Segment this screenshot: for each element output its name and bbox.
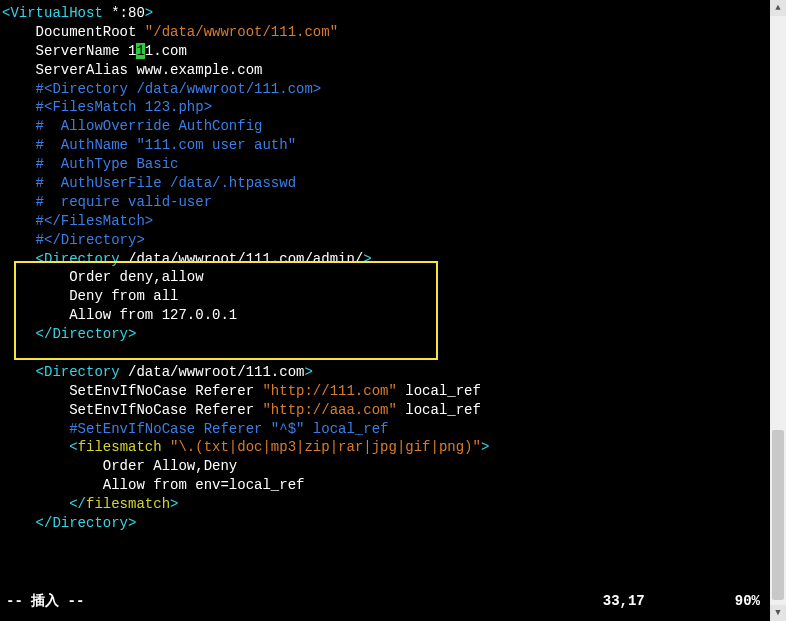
code-token: </Directory> <box>2 326 136 342</box>
code-token: # require valid-user <box>2 194 212 210</box>
vim-mode-indicator: -- 插入 -- <box>6 592 84 611</box>
code-token: "http://111.com" <box>262 383 396 399</box>
code-line: # AllowOverride AuthConfig <box>2 117 784 136</box>
code-line: #</FilesMatch> <box>2 212 784 231</box>
code-token <box>162 439 170 455</box>
code-token: # AuthType Basic <box>2 156 178 172</box>
code-line: DocumentRoot "/data/wwwroot/111.com" <box>2 23 784 42</box>
code-token: < <box>2 439 78 455</box>
code-token: Order Allow,Deny <box>2 458 237 474</box>
code-line: Allow from 127.0.0.1 <box>2 306 784 325</box>
code-token: /data/wwwroot/111.com/admin/ <box>128 251 363 267</box>
code-token: local_ref <box>397 383 481 399</box>
code-token: Order deny,allow <box>2 269 204 285</box>
code-line: SetEnvIfNoCase Referer "http://aaa.com" … <box>2 401 784 420</box>
vim-status-bar: -- 插入 -- 33,17 90% <box>0 592 786 611</box>
code-line: SetEnvIfNoCase Referer "http://111.com" … <box>2 382 784 401</box>
code-token: #</FilesMatch> <box>2 213 153 229</box>
code-token: # AllowOverride AuthConfig <box>2 118 262 134</box>
code-line: ServerAlias www.example.com <box>2 61 784 80</box>
code-token: > <box>145 5 153 21</box>
code-token: Deny from all <box>2 288 178 304</box>
code-token: </ <box>2 496 86 512</box>
code-token: <VirtualHost <box>2 5 111 21</box>
code-token: filesmatch <box>86 496 170 512</box>
code-token: > <box>304 364 312 380</box>
code-line: ServerName 111.com <box>2 42 784 61</box>
code-token: DocumentRoot <box>2 24 145 40</box>
code-line: #SetEnvIfNoCase Referer "^$" local_ref <box>2 420 784 439</box>
code-line: # AuthName "111.com user auth" <box>2 136 784 155</box>
code-token: "http://aaa.com" <box>262 402 396 418</box>
code-token: <Directory <box>2 251 128 267</box>
code-token: #<Directory /data/wwwroot/111.com> <box>2 81 321 97</box>
code-token: SetEnvIfNoCase Referer <box>2 383 262 399</box>
code-token: > <box>481 439 489 455</box>
code-line: </filesmatch> <box>2 495 784 514</box>
code-token: local_ref <box>397 402 481 418</box>
code-token: "\.(txt|doc|mp3|zip|rar|jpg|gif|png)" <box>170 439 481 455</box>
code-token: ServerAlias www.example.com <box>2 62 262 78</box>
code-token: 1.com <box>145 43 187 59</box>
vertical-scrollbar[interactable]: ▲ ▼ <box>770 0 786 621</box>
code-token: /data/wwwroot/111.com <box>128 364 304 380</box>
code-line: # AuthType Basic <box>2 155 784 174</box>
code-token: Allow from env=local_ref <box>2 477 304 493</box>
code-line: <filesmatch "\.(txt|doc|mp3|zip|rar|jpg|… <box>2 438 784 457</box>
code-token: filesmatch <box>78 439 162 455</box>
code-line: # require valid-user <box>2 193 784 212</box>
code-line: #<Directory /data/wwwroot/111.com> <box>2 80 784 99</box>
scrollbar-thumb[interactable] <box>772 430 784 600</box>
code-line: #<FilesMatch 123.php> <box>2 98 784 117</box>
code-token: #<FilesMatch 123.php> <box>2 99 212 115</box>
code-line: Allow from env=local_ref <box>2 476 784 495</box>
cursor-position: 33,17 <box>603 592 645 611</box>
code-token: *:80 <box>111 5 145 21</box>
code-line: # AuthUserFile /data/.htpasswd <box>2 174 784 193</box>
scroll-up-arrow-icon[interactable]: ▲ <box>770 0 786 16</box>
code-line: Order deny,allow <box>2 268 784 287</box>
code-token: > <box>363 251 371 267</box>
code-token: ServerName 1 <box>2 43 136 59</box>
code-line: #</Directory> <box>2 231 784 250</box>
code-token: # AuthName "111.com user auth" <box>2 137 296 153</box>
code-token: #SetEnvIfNoCase Referer "^$" local_ref <box>2 421 388 437</box>
code-line: <VirtualHost *:80> <box>2 4 784 23</box>
code-token: Allow from 127.0.0.1 <box>2 307 237 323</box>
text-cursor: 1 <box>136 43 144 59</box>
editor-viewport[interactable]: <VirtualHost *:80> DocumentRoot "/data/w… <box>0 0 786 537</box>
code-line: </Directory> <box>2 514 784 533</box>
code-line: Order Allow,Deny <box>2 457 784 476</box>
scroll-down-arrow-icon[interactable]: ▼ <box>770 605 786 621</box>
code-token: "/data/wwwroot/111.com" <box>145 24 338 40</box>
code-line <box>2 344 784 363</box>
code-token: <Directory <box>2 364 128 380</box>
code-token: SetEnvIfNoCase Referer <box>2 402 262 418</box>
code-token: # AuthUserFile /data/.htpasswd <box>2 175 296 191</box>
code-token: </Directory> <box>2 515 136 531</box>
scroll-percent: 90% <box>735 592 760 611</box>
code-line: <Directory /data/wwwroot/111.com> <box>2 363 784 382</box>
code-line: <Directory /data/wwwroot/111.com/admin/> <box>2 250 784 269</box>
code-token: > <box>170 496 178 512</box>
code-token: #</Directory> <box>2 232 145 248</box>
code-line: Deny from all <box>2 287 784 306</box>
code-line: </Directory> <box>2 325 784 344</box>
